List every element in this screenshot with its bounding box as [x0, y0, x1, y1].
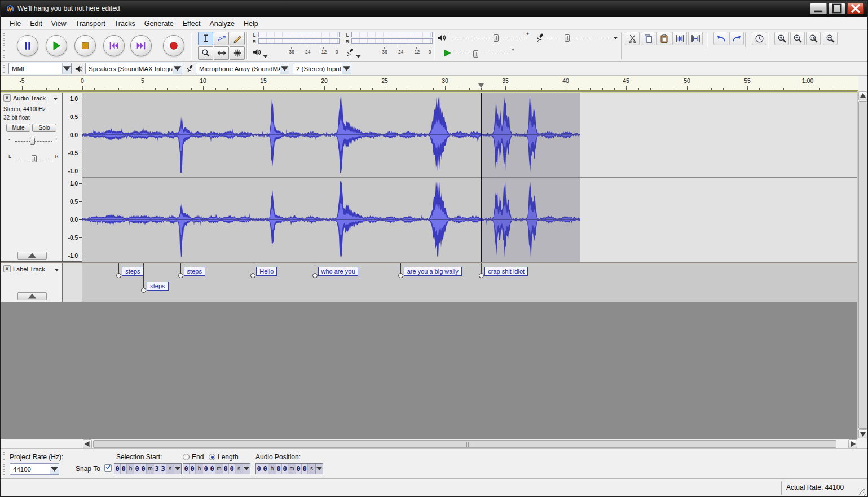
scroll-left-button[interactable] — [83, 439, 92, 448]
envelope-tool-button[interactable] — [214, 32, 229, 45]
record-button[interactable] — [163, 35, 184, 56]
horizontal-scrollbar-thumb[interactable] — [93, 440, 836, 448]
track-label[interactable]: steps — [122, 267, 143, 276]
time-digit[interactable]: 0 — [190, 464, 196, 474]
sync-lock-button[interactable] — [752, 32, 766, 45]
horizontal-scrollbar[interactable] — [1, 439, 858, 448]
play-button[interactable] — [46, 35, 67, 56]
playback-meter[interactable]: LR-36-24-120 — [249, 30, 341, 62]
end-radio-label[interactable]: End — [192, 453, 204, 461]
track-menu-dropdown-icon[interactable] — [53, 97, 58, 101]
playback-speed-thumb[interactable] — [473, 50, 478, 58]
label-handle[interactable] — [116, 273, 121, 278]
menu-item-transport[interactable]: Transport — [71, 17, 110, 30]
meter-bar-r[interactable] — [351, 38, 433, 44]
draw-tool-button[interactable] — [230, 32, 245, 45]
track-menu-dropdown-icon[interactable] — [54, 268, 59, 272]
pan-slider-thumb[interactable] — [32, 155, 37, 162]
label-track-close-button[interactable]: × — [3, 265, 11, 272]
cut-button[interactable] — [625, 32, 640, 45]
pause-button[interactable] — [17, 35, 38, 56]
timeline-ruler[interactable]: -505101520253035404550551:00 — [1, 76, 858, 91]
playback-device-select[interactable]: Speakers (SoundMAX Integrat — [85, 63, 182, 74]
output-volume-thumb[interactable] — [494, 34, 499, 42]
track-label[interactable]: who are you — [318, 267, 359, 276]
length-radio-label[interactable]: Length — [218, 453, 239, 461]
output-volume-slider[interactable] — [453, 38, 525, 38]
menu-item-view[interactable]: View — [47, 17, 71, 30]
time-digit[interactable]: 3 — [154, 464, 160, 474]
playback-speed-slider[interactable] — [456, 54, 509, 54]
time-digit[interactable]: 3 — [160, 464, 166, 474]
menu-item-file[interactable]: File — [5, 17, 25, 30]
fit-selection-button[interactable] — [806, 32, 821, 45]
collapse-track-button[interactable] — [17, 252, 47, 260]
time-format-dropdown-icon[interactable] — [315, 464, 323, 474]
meter-bar-l[interactable] — [351, 32, 433, 37]
recording-device-select[interactable]: Microphone Array (SoundMAX — [196, 63, 289, 74]
time-digit[interactable]: 0 — [203, 464, 209, 474]
label-track-name[interactable]: Label Track — [13, 266, 45, 272]
track-label[interactable]: are you a big wally — [404, 267, 462, 276]
label-track-area[interactable]: stepsstepsstepsHellowho are youare you a… — [82, 263, 858, 302]
project-rate-select[interactable]: 44100 — [10, 463, 59, 475]
scroll-up-button[interactable] — [858, 91, 867, 100]
resize-grip[interactable] — [859, 489, 866, 496]
audio-position-time[interactable]: 00h00m00s — [255, 463, 323, 474]
time-digit[interactable]: 0 — [209, 464, 215, 474]
input-volume-slider[interactable] — [549, 38, 611, 38]
gain-slider-thumb[interactable] — [30, 138, 35, 145]
menu-item-effect[interactable]: Effect — [178, 17, 205, 30]
microphone-icon[interactable] — [346, 48, 354, 56]
time-format-dropdown-icon[interactable] — [243, 464, 250, 474]
dropdown-arrow-icon[interactable] — [50, 464, 59, 474]
play-at-speed-icon[interactable] — [443, 49, 452, 58]
audio-host-select[interactable]: MME — [8, 63, 72, 74]
time-format-dropdown-icon[interactable] — [174, 464, 181, 474]
dropdown-arrow-icon[interactable] — [173, 63, 182, 74]
zoom-in-button[interactable] — [774, 32, 789, 45]
label-handle[interactable] — [178, 273, 183, 278]
time-digit[interactable]: 0 — [296, 464, 302, 474]
dropdown-arrow-icon[interactable] — [263, 51, 268, 55]
copy-button[interactable] — [641, 32, 655, 45]
track-label[interactable]: crap shit idiot — [484, 267, 528, 276]
time-digit[interactable]: 0 — [256, 464, 262, 474]
multi-tool-button[interactable] — [230, 46, 245, 60]
timeline-cursor-pin[interactable] — [478, 83, 484, 88]
input-volume-thumb[interactable] — [565, 34, 570, 42]
time-shift-tool-button[interactable] — [214, 46, 229, 60]
fit-project-button[interactable] — [823, 32, 838, 45]
transport-toolbar-grip[interactable] — [3, 33, 5, 58]
time-digit[interactable]: 0 — [134, 464, 140, 474]
maximize-button[interactable] — [829, 3, 845, 14]
silence-selection-button[interactable] — [688, 32, 703, 45]
label-handle[interactable] — [479, 273, 484, 278]
time-digit[interactable]: 0 — [276, 464, 282, 474]
redo-button[interactable] — [729, 32, 744, 45]
pan-slider[interactable] — [15, 159, 52, 159]
time-digit[interactable]: 0 — [183, 464, 190, 474]
label-handle[interactable] — [312, 273, 318, 278]
time-digit[interactable]: 0 — [262, 464, 268, 474]
undo-button[interactable] — [713, 32, 728, 45]
meter-bar-l[interactable] — [258, 32, 340, 37]
menu-item-generate[interactable]: Generate — [140, 17, 178, 30]
minimize-button[interactable] — [810, 3, 827, 14]
length-radio[interactable] — [209, 454, 215, 460]
time-digit[interactable]: 0 — [121, 464, 127, 474]
scroll-right-button[interactable] — [848, 439, 857, 448]
menu-item-analyze[interactable]: Analyze — [205, 17, 239, 30]
selection-tool-button[interactable] — [198, 32, 213, 45]
time-digit[interactable]: 0 — [114, 464, 121, 474]
track-label[interactable]: Hello — [256, 267, 277, 276]
dropdown-arrow-icon[interactable] — [342, 63, 351, 74]
input-source-dropdown-icon[interactable] — [613, 36, 618, 40]
label-handle[interactable] — [398, 273, 403, 278]
device-toolbar-grip[interactable] — [3, 64, 5, 73]
selection-length-time[interactable]: 00h00m00s — [183, 463, 250, 474]
menu-item-tracks[interactable]: Tracks — [110, 17, 140, 30]
gain-slider[interactable] — [15, 141, 52, 142]
solo-button[interactable]: Solo — [32, 124, 56, 132]
recording-channels-select[interactable]: 2 (Stereo) Input C — [293, 63, 351, 74]
